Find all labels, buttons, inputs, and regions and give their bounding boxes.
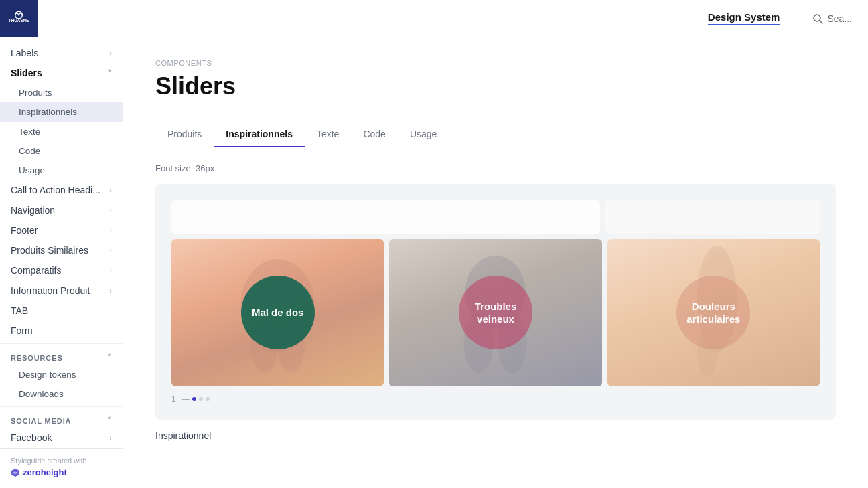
slide-2-badge: Troubles veineux [459, 276, 532, 349]
resources-section-label: RESOURCES ˅ [0, 347, 123, 365]
slide-2: Troubles veineux [389, 239, 601, 386]
social-media-section-label: SOCIAL MEDIA ˅ [0, 410, 123, 428]
tab-code[interactable]: Code [351, 122, 397, 147]
section-bottom-label: Inspirationnel [155, 430, 836, 441]
indicator-separator: — [182, 394, 190, 404]
slide-3-overlay: Douleurs articulaires [607, 239, 820, 386]
sidebar-item-facebook[interactable]: Facebook › [0, 428, 123, 448]
slide-1: Mal de dos [171, 239, 384, 386]
chevron-right-icon: › [109, 49, 112, 57]
sidebar-item-produits[interactable]: Produits [0, 83, 123, 102]
sidebar-item-usage[interactable]: Usage [0, 161, 123, 180]
chevron-right-icon: › [109, 266, 112, 274]
chevron-right-icon: › [109, 226, 112, 234]
slide-2-overlay: Troubles veineux [389, 239, 601, 386]
svg-text:>>: >> [13, 471, 17, 475]
sidebar-item-labels[interactable]: Labels › [0, 43, 123, 63]
tab-texte[interactable]: Texte [305, 122, 351, 147]
chevron-down-icon: ˅ [107, 416, 112, 425]
sidebar-divider [0, 343, 123, 344]
search-icon [812, 13, 823, 24]
breadcrumb: COMPONENTS [155, 59, 836, 67]
slide-number: 1 [171, 394, 176, 404]
zeroheight-icon: >> [11, 468, 20, 477]
header: THUASNE Design System Sea... [0, 0, 868, 37]
chevron-right-icon: › [109, 206, 112, 214]
sidebar-item-inspirationnels[interactable]: Inspirationnels [0, 102, 123, 122]
main-content: COMPONENTS Sliders Produits Inspirationn… [123, 37, 868, 488]
sidebar-item-produits-similaires[interactable]: Produits Similaires › [0, 240, 123, 260]
chevron-right-icon: › [109, 287, 112, 295]
sidebar: Labels › Sliders ˅ Produits Inspirationn… [0, 37, 123, 488]
chevron-right-icon: › [109, 246, 112, 254]
sidebar-item-comparatifs[interactable]: Comparatifs › [0, 260, 123, 280]
slide-3: Douleurs articulaires [607, 239, 820, 386]
sidebar-footer: Styleguide created with >> zeroheight [0, 448, 123, 485]
indicator-dot-1[interactable] [192, 397, 196, 401]
chevron-right-icon: › [109, 186, 112, 194]
sidebar-item-code[interactable]: Code [0, 141, 123, 161]
tab-produits[interactable]: Produits [155, 122, 214, 147]
sidebar-item-tab[interactable]: TAB [0, 301, 123, 321]
sidebar-item-texte[interactable]: Texte [0, 122, 123, 141]
sidebar-item-navigation[interactable]: Navigation › [0, 200, 123, 220]
indicator-dot-3[interactable] [206, 397, 210, 401]
tabs-bar: Produits Inspirationnels Texte Code Usag… [155, 122, 836, 147]
slide-1-overlay: Mal de dos [171, 239, 384, 386]
slides-wrapper: Mal de dos Troubl [171, 239, 820, 386]
footer-tagline: Styleguide created with [11, 457, 112, 465]
header-divider [796, 11, 796, 27]
footer-brand[interactable]: >> zeroheight [11, 467, 112, 477]
sidebar-item-footer[interactable]: Footer › [0, 220, 123, 240]
svg-line-4 [820, 21, 822, 23]
slide-1-badge: Mal de dos [241, 276, 315, 349]
chevron-down-icon: ˅ [107, 353, 112, 362]
slider-showcase: Mal de dos Troubl [155, 184, 836, 420]
tab-usage[interactable]: Usage [398, 122, 449, 147]
chevron-right-icon: › [109, 434, 112, 442]
slide-3-badge: Douleurs articulaires [676, 276, 750, 349]
search-area[interactable]: Sea... [812, 13, 852, 24]
sidebar-item-form[interactable]: Form [0, 321, 123, 341]
sidebar-divider-2 [0, 406, 123, 407]
chevron-down-icon: ˅ [108, 69, 112, 78]
sidebar-item-sliders[interactable]: Sliders ˅ [0, 63, 123, 83]
page-title: Sliders [155, 72, 836, 100]
logo[interactable]: THUASNE [0, 0, 38, 37]
header-title: Design System [708, 11, 780, 25]
slider-indicators: 1 — [171, 394, 820, 404]
sidebar-item-information-produit[interactable]: Information Produit › [0, 280, 123, 301]
font-size-label: Font size: 36px [155, 163, 836, 173]
search-label: Sea... [827, 13, 852, 24]
sidebar-item-cta[interactable]: Call to Action Headi... › [0, 180, 123, 200]
sidebar-item-downloads[interactable]: Downloads [0, 384, 123, 404]
tab-inspirationnels[interactable]: Inspirationnels [214, 122, 305, 147]
sidebar-item-design-tokens[interactable]: Design tokens [0, 365, 123, 384]
indicator-dot-2[interactable] [199, 397, 203, 401]
layout: Labels › Sliders ˅ Produits Inspirationn… [0, 37, 868, 488]
